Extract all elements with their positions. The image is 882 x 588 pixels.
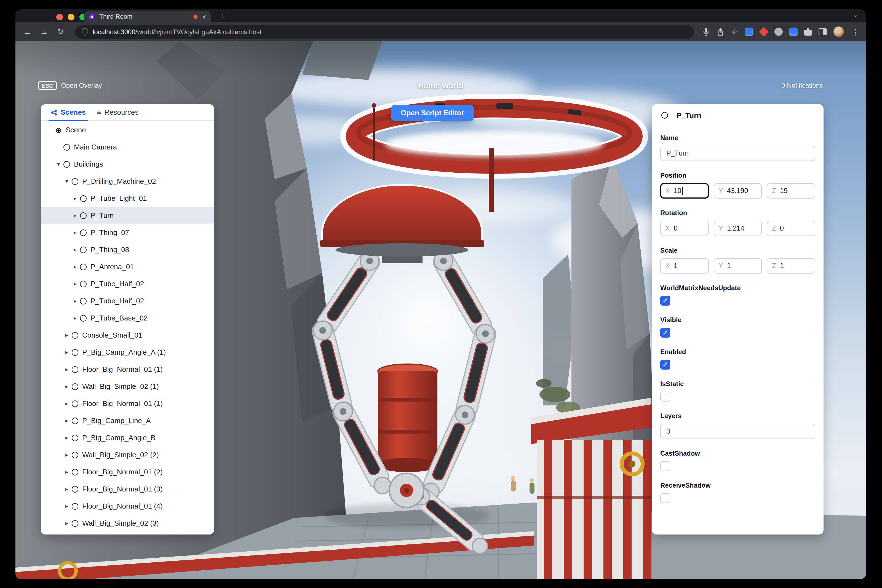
- profile-avatar[interactable]: [834, 27, 844, 37]
- tree-item-label: Buildings: [74, 160, 103, 168]
- notifications-label[interactable]: 0 Notifications: [782, 82, 823, 89]
- site-info-icon[interactable]: ⓘ: [82, 27, 88, 36]
- tree-item[interactable]: ▾ P_Drilling_Machine_02: [41, 172, 214, 190]
- extension-icon-shield[interactable]: [745, 28, 753, 36]
- layers-input[interactable]: 3: [660, 424, 815, 439]
- tree-item[interactable]: ▸ P_Tube_Half_02: [41, 292, 214, 309]
- tree-item[interactable]: ▸ P_Big_Camp_Line_A: [41, 412, 214, 429]
- cast-shadow-checkbox[interactable]: ✓: [660, 461, 670, 471]
- chevron-right-icon[interactable]: ▸: [71, 264, 79, 270]
- microphone-icon[interactable]: [702, 27, 710, 36]
- extensions-puzzle-icon[interactable]: [804, 28, 812, 36]
- rotation-x-input[interactable]: X 0: [660, 220, 708, 236]
- extension-icon-gray[interactable]: [774, 28, 783, 36]
- tree-item[interactable]: ▸ Floor_Big_Normal_01 (1): [41, 361, 214, 378]
- tree-item[interactable]: ⊕ Scene: [41, 122, 214, 138]
- chevron-right-icon[interactable]: ▸: [63, 503, 70, 509]
- tree-item[interactable]: ▸ P_Thing_08: [41, 241, 214, 258]
- is-static-checkbox[interactable]: ✓: [660, 392, 670, 402]
- tree-item[interactable]: ▾ Buildings: [41, 156, 214, 172]
- visible-checkbox[interactable]: ✓: [660, 328, 670, 338]
- chevron-right-icon[interactable]: ▸: [71, 315, 79, 321]
- position-y-input[interactable]: Y 43.190: [714, 183, 762, 199]
- chevron-right-icon[interactable]: ▸: [63, 366, 70, 372]
- tree-item[interactable]: ▸ P_Tube_Light_01: [41, 190, 214, 207]
- chevron-right-icon[interactable]: ▸: [71, 195, 79, 201]
- extension-icon-docs[interactable]: [789, 28, 798, 36]
- chevron-right-icon[interactable]: ▸: [63, 435, 70, 441]
- browser-menu-icon[interactable]: ⋮: [850, 27, 860, 36]
- receive-shadow-checkbox[interactable]: ✓: [660, 493, 670, 503]
- rotation-z-input[interactable]: Z 0: [767, 220, 815, 236]
- scene-overlay-bar: ESC Open Overlay Home World 0 Notificati…: [15, 81, 866, 91]
- check-icon: ✓: [663, 361, 668, 368]
- position-z-input[interactable]: Z 19: [767, 183, 815, 199]
- scale-x-input[interactable]: X 1: [660, 258, 708, 274]
- window-controls: [56, 14, 86, 20]
- chevron-right-icon[interactable]: ▸: [71, 230, 79, 236]
- tree-item[interactable]: ▸ P_Tube_Half_02: [41, 275, 214, 292]
- tree-item[interactable]: ▸ P_Antena_01: [41, 258, 214, 275]
- tree-item[interactable]: ▸ P_Big_Camp_Angle_A (1): [41, 344, 214, 361]
- chevron-right-icon[interactable]: ▸: [63, 417, 70, 424]
- scale-z-input[interactable]: Z 1: [767, 258, 815, 274]
- reload-button[interactable]: ↻: [54, 28, 67, 36]
- enabled-checkbox[interactable]: ✓: [660, 360, 670, 370]
- tree-item[interactable]: ▸ Wall_Big_Simple_02 (1): [41, 378, 214, 395]
- side-panel-icon[interactable]: [819, 28, 827, 35]
- node-circle-icon: [80, 298, 87, 304]
- tree-item[interactable]: ▸ P_Tube_Base_02: [41, 309, 214, 327]
- close-tab-icon[interactable]: ×: [202, 13, 206, 20]
- tab-scenes[interactable]: Scenes: [46, 104, 90, 120]
- scale-y-input[interactable]: Y 1: [714, 258, 762, 274]
- chevron-right-icon[interactable]: ▸: [63, 452, 70, 458]
- position-x-input[interactable]: X 10: [660, 183, 708, 199]
- browser-tab[interactable]: Third Room ×: [84, 11, 211, 22]
- rotation-y-input[interactable]: Y 1.214: [714, 220, 762, 236]
- chevron-right-icon[interactable]: ▸: [63, 349, 70, 355]
- open-script-editor-button[interactable]: Open Script Editor: [391, 105, 474, 121]
- extension-icon-red[interactable]: [759, 27, 769, 37]
- address-bar[interactable]: ⓘ localhost:3000/world/!vjrzmTVOcyIsLgaA…: [75, 25, 695, 38]
- chevron-right-icon[interactable]: ▸: [71, 298, 79, 304]
- tree-item[interactable]: ▸ Floor_Big_Normal_01 (4): [41, 498, 214, 514]
- tree-item[interactable]: ▸ Floor_Big_Normal_01 (3): [41, 480, 214, 498]
- is-static-label: IsStatic: [660, 380, 815, 388]
- tree-item-label: Floor_Big_Normal_01 (3): [82, 485, 163, 493]
- chevron-right-icon[interactable]: ▸: [63, 383, 70, 389]
- chevron-down-icon[interactable]: ▾: [63, 178, 70, 184]
- tab-list-chevron-icon[interactable]: ⌄: [853, 11, 858, 19]
- tree-item-label: P_Drilling_Machine_02: [82, 177, 156, 185]
- bookmark-star-icon[interactable]: ☆: [731, 27, 738, 36]
- chevron-right-icon[interactable]: ▸: [71, 247, 79, 253]
- tree-item[interactable]: ▸ P_Thing_07: [41, 224, 214, 241]
- world-matrix-checkbox[interactable]: ✓: [660, 296, 670, 306]
- back-button[interactable]: ←: [21, 27, 34, 36]
- chevron-right-icon[interactable]: ▸: [63, 486, 70, 492]
- tree-item-label: P_Turn: [90, 211, 114, 219]
- chevron-right-icon[interactable]: ▸: [71, 281, 79, 287]
- chevron-right-icon[interactable]: ▸: [63, 520, 70, 526]
- tree-item[interactable]: ▸ Wall_Big_Simple_02 (3): [41, 514, 214, 532]
- tab-resources[interactable]: ≡ Resources: [92, 104, 143, 120]
- tree-item[interactable]: Main Camera: [41, 138, 214, 156]
- tree-item[interactable]: ▸ P_Big_Camp_Angle_B: [41, 429, 214, 446]
- tree-item[interactable]: ▸ Floor_Big_Normal_01 (2): [41, 464, 214, 480]
- chevron-right-icon[interactable]: ▸: [71, 212, 79, 218]
- tree-item[interactable]: ▸ Floor_Big_Normal_01 (1): [41, 395, 214, 412]
- chevron-down-icon[interactable]: ▾: [55, 161, 62, 167]
- tree-item[interactable]: ▸ Console_Small_01: [41, 327, 214, 344]
- tree-item-label: Floor_Big_Normal_01 (2): [82, 468, 163, 476]
- chevron-right-icon[interactable]: ▸: [63, 332, 70, 338]
- close-window-button[interactable]: [56, 14, 63, 20]
- forward-button[interactable]: →: [38, 27, 51, 36]
- share-icon[interactable]: [717, 27, 724, 36]
- tree-item[interactable]: ▸ Wall_Big_Simple_02 (2): [41, 446, 214, 464]
- name-input[interactable]: P_Turn: [660, 146, 815, 161]
- chevron-right-icon[interactable]: ▸: [63, 400, 70, 406]
- new-tab-button[interactable]: +: [218, 10, 228, 21]
- chevron-right-icon[interactable]: ▸: [63, 469, 70, 475]
- tree-item[interactable]: ▸ P_Turn: [41, 207, 214, 224]
- minimize-window-button[interactable]: [68, 14, 75, 20]
- world-matrix-label: WorldMatrixNeedsUpdate: [660, 284, 815, 292]
